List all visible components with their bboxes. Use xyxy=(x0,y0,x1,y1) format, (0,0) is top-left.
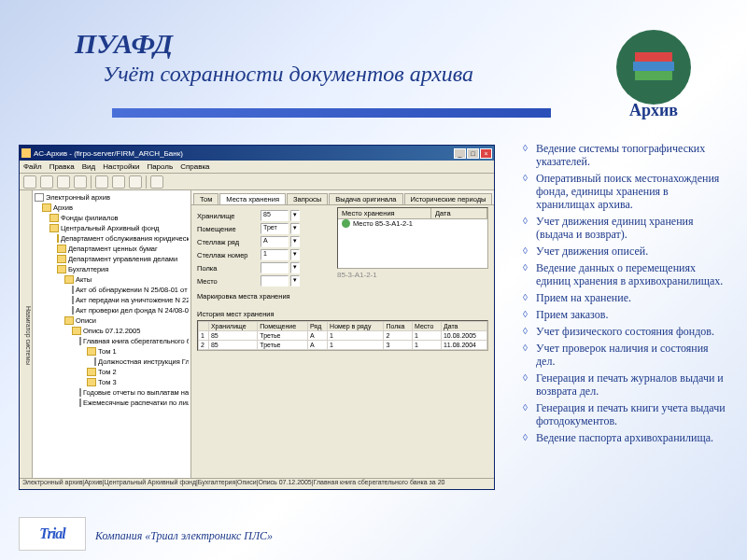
tree-label: Том 2 xyxy=(98,367,117,377)
dropdown-icon[interactable]: ▾ xyxy=(290,236,300,247)
tree-item[interactable]: Том 3 xyxy=(35,377,189,387)
label: Помещение xyxy=(197,225,261,233)
menu-item[interactable]: Правка xyxy=(49,162,75,171)
tree-item[interactable]: Центральный Архивный фонд xyxy=(35,223,189,233)
document-icon xyxy=(79,399,81,407)
toolbar-button[interactable] xyxy=(150,175,163,189)
list-item[interactable]: Место 85-3-А1-2-1 xyxy=(353,219,413,228)
folder-icon xyxy=(72,327,81,335)
tree-item[interactable]: Акт об обнаружении N 25/08-01 от 25.08.2… xyxy=(35,285,189,295)
tree-label: Акт проверки дел фонда N 24/08-01 от 24.… xyxy=(76,305,189,315)
tree-label: Фонды филиалов xyxy=(61,213,119,223)
table-row[interactable]: 185ТретьеА12110.08.2005 xyxy=(199,331,487,341)
folder-icon xyxy=(42,203,51,212)
feature-item: Прием на хранение. xyxy=(523,291,728,304)
tree-item[interactable]: Фонды филиалов xyxy=(35,213,189,223)
col-header: Номер в ряду xyxy=(328,322,384,331)
tree-item[interactable]: Департамент управления делами xyxy=(35,254,189,264)
tree-item[interactable]: Акты xyxy=(35,274,189,285)
menu-item[interactable]: Пароль xyxy=(147,162,173,171)
tree-item[interactable]: Годовые отчеты по выплатам налогов в бюд… xyxy=(35,387,189,398)
tree-label: Главная книга сберегательного банка за 2… xyxy=(83,336,189,346)
feature-item: Учет проверок наличия и состояния дел. xyxy=(523,342,728,368)
minimize-button[interactable]: _ xyxy=(454,148,466,159)
toolbar-button[interactable] xyxy=(112,175,125,189)
tree-item[interactable]: Главная книга сберегательного банка за 2… xyxy=(35,336,189,346)
tree-item[interactable]: Акт передачи на уничтожение N 22/08-01 о… xyxy=(35,295,189,305)
storage-listbox[interactable]: Место храненияДата Место 85-3-А1-2-1 xyxy=(337,207,488,269)
dropdown-icon[interactable]: ▾ xyxy=(290,249,300,260)
dropdown-icon[interactable]: ▾ xyxy=(290,275,300,287)
feature-item: Оперативный поиск местонахождения фонда,… xyxy=(523,172,728,211)
menu-item[interactable]: Справка xyxy=(180,162,209,171)
tree-item[interactable]: Электронный архив xyxy=(35,192,189,203)
window-titlebar: АС-Архив - (firpo-server/FIRM_ARCH_Банк)… xyxy=(20,146,494,161)
close-button[interactable]: × xyxy=(480,148,492,159)
tab[interactable]: Места хранения xyxy=(219,193,286,204)
input-place[interactable] xyxy=(261,275,289,287)
dropdown-icon[interactable]: ▾ xyxy=(290,262,300,273)
svg-rect-3 xyxy=(635,71,672,80)
dropdown-icon[interactable]: ▾ xyxy=(290,210,300,221)
toolbar-button[interactable] xyxy=(57,175,70,189)
input-room[interactable]: Трет xyxy=(261,223,289,234)
menu-item[interactable]: Файл xyxy=(23,162,42,171)
folder-icon xyxy=(87,347,96,356)
tree-item[interactable]: Департамент ценных бумаг xyxy=(35,244,189,254)
menubar: Файл Правка Вид Настройки Пароль Справка xyxy=(20,161,494,174)
tree-item[interactable]: Описи xyxy=(35,315,189,326)
document-icon xyxy=(35,193,44,202)
toolbar-button[interactable] xyxy=(74,175,87,189)
maximize-button[interactable]: □ xyxy=(467,148,479,159)
navigator-tab[interactable]: Навигатор системы xyxy=(20,190,33,478)
title-sub: Учёт сохранности документов архива xyxy=(103,62,473,87)
tree-label: Том 1 xyxy=(98,346,117,357)
dropdown-icon[interactable]: ▾ xyxy=(290,223,300,234)
tree-item[interactable]: Опись 07.12.2005 xyxy=(35,326,189,336)
input-num[interactable]: 1 xyxy=(261,249,289,260)
tree-view[interactable]: Электронный архивАрхивФонды филиаловЦент… xyxy=(33,190,191,478)
toolbar-button[interactable] xyxy=(40,175,53,189)
folder-icon xyxy=(87,378,96,386)
input-row[interactable]: А xyxy=(261,236,289,247)
input-shelf[interactable] xyxy=(261,262,289,273)
toolbar-button[interactable] xyxy=(95,175,108,189)
tab[interactable]: Том xyxy=(193,193,218,204)
folder-icon xyxy=(87,368,96,376)
toolbar-button[interactable] xyxy=(23,175,36,189)
company-logo: Trial xyxy=(19,517,86,551)
tree-item[interactable]: Акт проверки дел фонда N 24/08-01 от 24.… xyxy=(35,305,189,315)
tab[interactable]: Запросы xyxy=(287,193,328,204)
tree-item[interactable]: Ежемесячные распечатки по лицевому счету xyxy=(35,398,189,408)
menu-item[interactable]: Вид xyxy=(82,162,95,171)
feature-item: Учет физического состояния фондов. xyxy=(523,325,728,338)
col-header: Помещение xyxy=(258,322,308,331)
history-table[interactable]: ХранилищеПомещениеРядНомер в рядуПолкаМе… xyxy=(197,320,488,351)
tab[interactable]: Выдача оригинала xyxy=(329,193,402,204)
folder-icon xyxy=(57,245,66,253)
feature-item: Генерация и печать книги учета выдачи фо… xyxy=(523,401,728,427)
feature-item: Генерация и печать журналов выдачи и воз… xyxy=(523,371,728,398)
divider-bar xyxy=(112,108,551,118)
feature-item: Прием заказов. xyxy=(523,308,728,321)
tree-label: Должностная инструкция Главного бухгалте… xyxy=(98,357,189,367)
tree-item[interactable]: Бухгалтерия xyxy=(35,264,189,274)
feature-item: Ведение системы топографических указател… xyxy=(523,142,728,168)
input-storage[interactable]: 85 xyxy=(261,210,289,221)
label: Хранилище xyxy=(197,212,261,220)
tree-label: Опись 07.12.2005 xyxy=(83,326,140,336)
tree-item[interactable]: Том 2 xyxy=(35,367,189,377)
toolbar-button[interactable] xyxy=(129,175,142,189)
folder-icon xyxy=(64,275,74,284)
tree-item[interactable]: Департамент обслуживания юридических лиц… xyxy=(35,233,189,244)
tab[interactable]: Исторические периоды xyxy=(404,193,493,204)
tree-label: Бухгалтерия xyxy=(68,264,108,274)
tree-label: Акты xyxy=(76,274,92,285)
tree-item[interactable]: Архив xyxy=(35,203,189,213)
document-icon xyxy=(79,337,81,345)
folder-icon xyxy=(57,234,59,243)
menu-item[interactable]: Настройки xyxy=(103,162,139,171)
tree-item[interactable]: Должностная инструкция Главного бухгалте… xyxy=(35,357,189,367)
table-row[interactable]: 285ТретьеА13111.08.2004 xyxy=(199,341,487,350)
tree-item[interactable]: Том 1 xyxy=(35,346,189,357)
